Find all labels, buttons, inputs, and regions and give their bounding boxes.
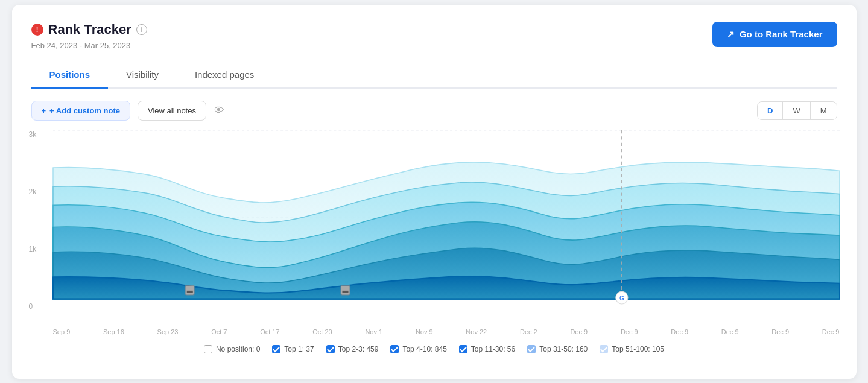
legend-color-no-position: [204, 345, 212, 353]
x-label-nov22: Nov 22: [466, 328, 487, 335]
title-row: ! Rank Tracker i: [31, 22, 147, 37]
legend-top31-50: Top 31-50: 160: [527, 345, 588, 353]
svg-text:▬: ▬: [186, 287, 193, 294]
y-axis: 3k 2k 1k 0: [29, 130, 37, 311]
time-period-buttons: D W M: [757, 101, 837, 120]
legend-top1: Top 1: 37: [272, 345, 314, 353]
y-label-3k: 3k: [29, 130, 37, 139]
time-btn-m[interactable]: M: [811, 102, 837, 119]
time-btn-w[interactable]: W: [783, 102, 810, 119]
chart-controls: + + Add custom note View all notes 👁︎ D …: [31, 101, 837, 121]
legend-label-top2-3: Top 2-3: 459: [338, 345, 379, 353]
header-left: ! Rank Tracker i Feb 24, 2023 - Mar 25, …: [31, 22, 147, 50]
legend-label-no-position: No position: 0: [216, 345, 260, 353]
page-title: Rank Tracker: [48, 22, 131, 37]
x-label-dec9a: Dec 9: [570, 328, 588, 335]
x-label-dec9e: Dec 9: [771, 328, 789, 335]
controls-left: + + Add custom note View all notes 👁︎: [31, 101, 224, 121]
legend-check-top11-30: [459, 345, 467, 353]
x-label-sep23: Sep 23: [157, 328, 179, 335]
chart-area: 3k 2k 1k 0: [29, 130, 840, 335]
chart-svg-container: ▬ ▬ G: [53, 130, 840, 305]
y-label-2k: 2k: [29, 188, 37, 196]
x-label-nov9: Nov 9: [416, 328, 433, 335]
y-label-1k: 1k: [29, 245, 37, 253]
trend-icon: ↗: [727, 29, 735, 40]
legend-check-top2-3: [326, 345, 335, 353]
eye-slash-icon[interactable]: 👁︎: [214, 104, 224, 117]
chart-legend: No position: 0 Top 1: 37 Top 2-3: 459 To…: [31, 345, 837, 353]
legend-check-top31-50: [527, 345, 536, 353]
legend-check-top51-100: [600, 345, 608, 353]
tab-positions[interactable]: Positions: [31, 62, 109, 89]
x-label-dec9c: Dec 9: [671, 328, 688, 335]
time-btn-d[interactable]: D: [758, 102, 783, 119]
legend-label-top51-100: Top 51-100: 105: [612, 345, 664, 353]
svg-text:G: G: [619, 294, 624, 301]
y-label-0: 0: [29, 302, 37, 311]
go-to-rank-tracker-button[interactable]: ↗ Go to Rank Tracker: [712, 22, 837, 47]
x-label-dec9d: Dec 9: [721, 328, 739, 335]
x-label-sep9: Sep 9: [53, 328, 71, 335]
tabs-nav: Positions Visibility Indexed pages: [31, 62, 837, 89]
legend-top11-30: Top 11-30: 56: [459, 345, 515, 353]
x-label-oct17: Oct 17: [260, 328, 279, 335]
legend-label-top4-10: Top 4-10: 845: [402, 345, 446, 353]
legend-top4-10: Top 4-10: 845: [390, 345, 446, 353]
legend-top51-100: Top 51-100: 105: [600, 345, 664, 353]
x-label-sep16: Sep 16: [103, 328, 124, 335]
legend-label-top1: Top 1: 37: [284, 345, 314, 353]
svg-text:▬: ▬: [342, 287, 349, 294]
chart-svg: ▬ ▬ G: [53, 130, 840, 305]
legend-label-top11-30: Top 11-30: 56: [471, 345, 515, 353]
legend-check-top4-10: [390, 345, 399, 353]
x-label-dec9b: Dec 9: [621, 328, 638, 335]
view-all-notes-button[interactable]: View all notes: [138, 101, 206, 121]
x-label-dec9f: Dec 9: [822, 328, 840, 335]
alert-icon: !: [31, 24, 43, 36]
x-label-oct20: Oct 20: [312, 328, 332, 335]
header: ! Rank Tracker i Feb 24, 2023 - Mar 25, …: [31, 22, 837, 50]
plus-icon: +: [42, 106, 46, 115]
legend-label-top31-50: Top 31-50: 160: [539, 345, 588, 353]
legend-top2-3: Top 2-3: 459: [326, 345, 379, 353]
x-label-nov1: Nov 1: [365, 328, 382, 335]
info-icon[interactable]: i: [136, 24, 147, 35]
legend-no-position: No position: 0: [204, 345, 260, 353]
tab-indexed-pages[interactable]: Indexed pages: [177, 62, 272, 89]
tab-visibility[interactable]: Visibility: [108, 62, 177, 89]
add-custom-note-button[interactable]: + + Add custom note: [31, 101, 130, 121]
x-axis: Sep 9 Sep 16 Sep 23 Oct 7 Oct 17 Oct 20 …: [53, 328, 840, 335]
x-label-oct7: Oct 7: [211, 328, 227, 335]
date-range: Feb 24, 2023 - Mar 25, 2023: [31, 41, 147, 50]
x-label-dec2: Dec 2: [520, 328, 537, 335]
legend-check-top1: [272, 345, 280, 353]
main-card: ! Rank Tracker i Feb 24, 2023 - Mar 25, …: [12, 5, 857, 379]
